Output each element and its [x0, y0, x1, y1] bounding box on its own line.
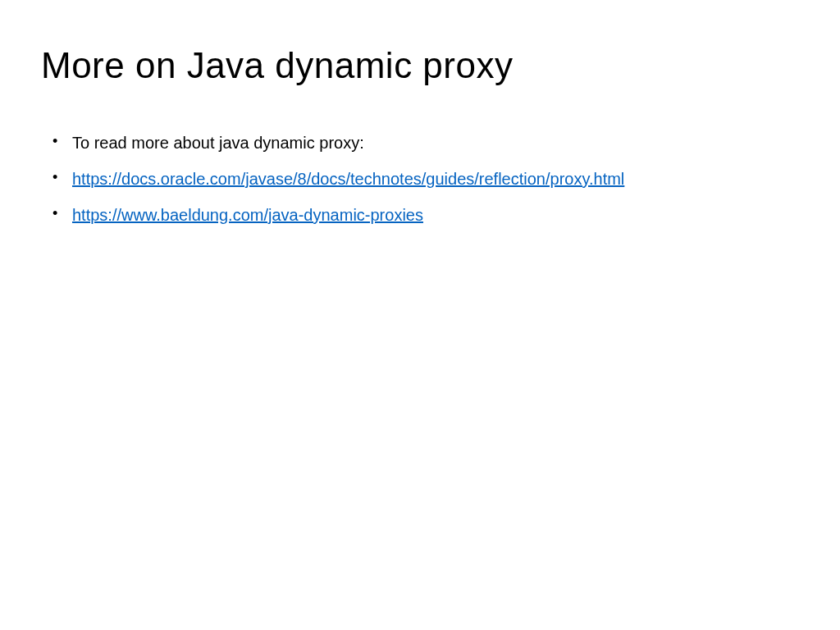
- slide-title: More on Java dynamic proxy: [41, 45, 799, 86]
- list-item: https://docs.oracle.com/javase/8/docs/te…: [66, 167, 799, 190]
- bullet-list: To read more about java dynamic proxy: h…: [41, 131, 799, 226]
- link-oracle-docs[interactable]: https://docs.oracle.com/javase/8/docs/te…: [72, 170, 624, 188]
- list-item: To read more about java dynamic proxy:: [66, 131, 799, 154]
- link-baeldung[interactable]: https://www.baeldung.com/java-dynamic-pr…: [72, 206, 423, 224]
- bullet-text: To read more about java dynamic proxy:: [72, 134, 364, 152]
- list-item: https://www.baeldung.com/java-dynamic-pr…: [66, 203, 799, 226]
